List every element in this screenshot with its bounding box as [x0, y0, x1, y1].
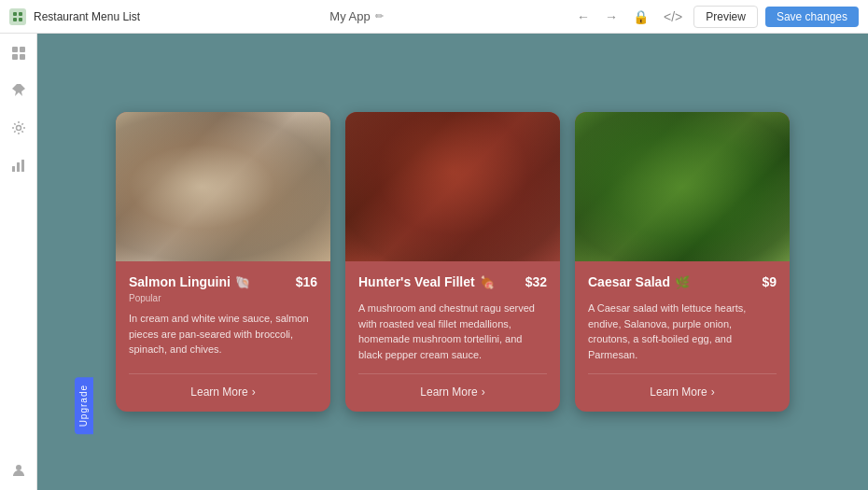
veal-icon: 🍖: [480, 275, 495, 289]
canvas-area: Salmon Linguini 🐚 $16 Popular In cream a…: [37, 34, 868, 490]
card-desc-salmon: In cream and white wine sauce, salmon pi…: [129, 311, 317, 362]
menu-card-caesar-salad: Caesar Salad 🌿 $9 A Caesar salad with le…: [575, 112, 790, 412]
learn-more-button-salmon[interactable]: Learn More ›: [190, 385, 255, 399]
card-image-veal: [345, 112, 560, 261]
card-footer-salmon: Learn More ›: [129, 373, 317, 402]
sidebar-item-settings[interactable]: [8, 118, 29, 138]
redo-button[interactable]: →: [601, 7, 622, 26]
svg-rect-3: [19, 18, 22, 21]
upgrade-banner[interactable]: Upgrade: [75, 377, 93, 434]
svg-rect-7: [20, 54, 25, 60]
chevron-right-icon: ›: [482, 385, 485, 399]
main-layout: Salmon Linguini 🐚 $16 Popular In cream a…: [0, 34, 868, 490]
card-header-salmon: Salmon Linguini 🐚 $16: [129, 274, 317, 289]
card-image-salad: [575, 112, 790, 261]
menu-card-veal-fillet: Hunter's Veal Fillet 🍖 $32 A mushroom an…: [345, 112, 560, 412]
card-badge-salmon: Popular: [129, 293, 317, 303]
svg-rect-9: [12, 166, 15, 172]
sidebar-item-chart[interactable]: [8, 155, 29, 175]
svg-rect-1: [19, 12, 22, 16]
sidebar-item-grid[interactable]: [8, 43, 29, 63]
chevron-right-icon: ›: [711, 385, 715, 399]
edit-icon[interactable]: ✏: [375, 10, 384, 22]
card-header-veal: Hunter's Veal Fillet 🍖 $32: [358, 274, 547, 289]
card-price-veal: $32: [525, 274, 547, 289]
card-title-veal: Hunter's Veal Fillet 🍖: [358, 274, 495, 289]
lock-button[interactable]: 🔒: [629, 7, 652, 26]
menu-card-salmon-linguini: Salmon Linguini 🐚 $16 Popular In cream a…: [116, 112, 330, 412]
card-header-salad: Caesar Salad 🌿 $9: [588, 274, 777, 289]
svg-rect-0: [13, 12, 17, 16]
card-title-salmon: Salmon Linguini 🐚: [129, 274, 250, 289]
learn-more-button-salad[interactable]: Learn More ›: [650, 385, 714, 399]
card-price-salad: $9: [762, 274, 777, 289]
topbar-right: ← → 🔒 </> Preview Save changes: [573, 6, 859, 28]
topbar-left: Restaurant Menu List: [9, 8, 140, 25]
salad-icon: 🌿: [675, 275, 690, 289]
svg-rect-2: [13, 18, 17, 21]
topbar-center: My App ✏: [329, 9, 383, 23]
card-body-salad: Caesar Salad 🌿 $9 A Caesar salad with le…: [575, 261, 790, 412]
svg-rect-10: [17, 162, 20, 172]
sidebar-item-pin[interactable]: [8, 80, 29, 101]
app-name-label: My App: [329, 9, 370, 23]
page-title: Restaurant Menu List: [34, 10, 140, 23]
card-price-salmon: $16: [296, 274, 317, 289]
card-footer-salad: Learn More ›: [588, 373, 777, 402]
card-desc-veal: A mushroom and chestnut ragu served with…: [358, 301, 547, 362]
chevron-right-icon: ›: [252, 385, 256, 399]
save-button[interactable]: Save changes: [765, 7, 859, 27]
svg-rect-5: [20, 47, 25, 52]
preview-button[interactable]: Preview: [693, 6, 758, 28]
card-title-salad: Caesar Salad 🌿: [588, 274, 690, 289]
card-body-veal: Hunter's Veal Fillet 🍖 $32 A mushroom an…: [345, 261, 560, 412]
learn-more-button-veal[interactable]: Learn More ›: [420, 385, 484, 399]
card-image-salmon: [116, 112, 330, 261]
app-logo: [9, 8, 26, 25]
svg-rect-6: [12, 54, 18, 60]
card-body-salmon: Salmon Linguini 🐚 $16 Popular In cream a…: [116, 261, 330, 412]
svg-rect-4: [12, 47, 18, 52]
svg-point-12: [16, 465, 21, 470]
card-footer-veal: Learn More ›: [358, 373, 547, 402]
topbar: Restaurant Menu List My App ✏ ← → 🔒 </> …: [0, 0, 868, 34]
svg-point-8: [16, 126, 21, 131]
sidebar: [0, 34, 37, 490]
sidebar-item-user[interactable]: [8, 460, 29, 481]
code-button[interactable]: </>: [660, 7, 686, 26]
undo-button[interactable]: ←: [573, 7, 594, 26]
salmon-icon: 🐚: [235, 275, 250, 289]
sidebar-bottom: [8, 460, 29, 490]
menu-cards-container: Salmon Linguini 🐚 $16 Popular In cream a…: [97, 93, 808, 430]
svg-rect-11: [21, 160, 24, 172]
card-desc-salad: A Caesar salad with lettuce hearts, endi…: [588, 301, 777, 362]
